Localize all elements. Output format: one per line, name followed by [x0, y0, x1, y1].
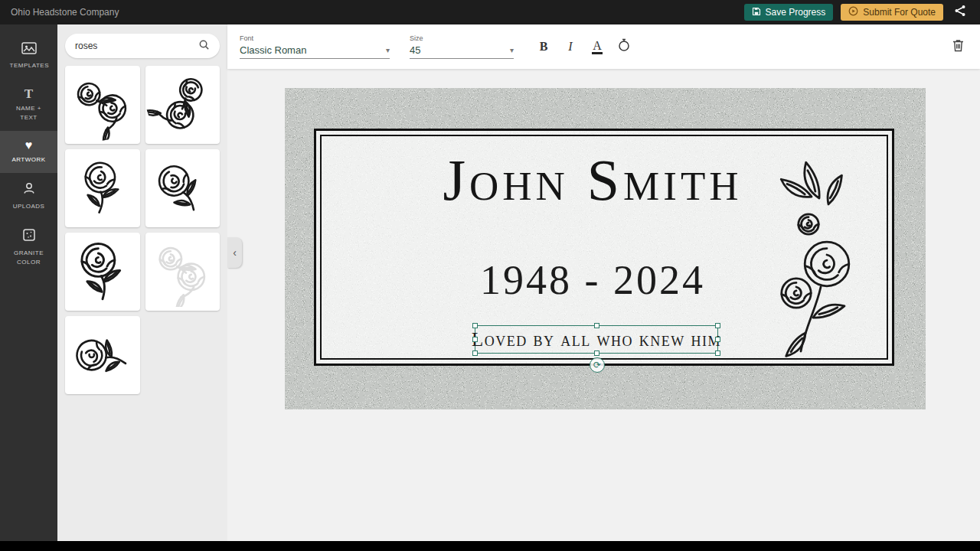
artwork-thumbnail-rose-corner-spray[interactable]: [65, 66, 140, 144]
trash-icon: [952, 39, 964, 55]
resize-handle-ne[interactable]: [715, 323, 720, 328]
sidebar-item-granite-color[interactable]: GRANITE COLOR: [0, 220, 57, 276]
resize-handle-w[interactable]: [472, 337, 478, 342]
topbar-actions: Save Progress Submit For Quote: [744, 3, 969, 21]
artwork-thumbnail-rose-diagonal-stem[interactable]: [145, 149, 220, 227]
templates-icon: [21, 42, 37, 57]
artwork-thumbnail-rose-vine-vertical[interactable]: [145, 66, 220, 144]
selected-text-element[interactable]: Loved by all who knew him: [475, 325, 718, 354]
share-icon: [954, 5, 966, 20]
font-select-label: Font: [240, 34, 390, 42]
resize-handle-n[interactable]: [594, 323, 599, 328]
bold-button[interactable]: B: [534, 37, 554, 57]
placed-rose-artwork[interactable]: [766, 143, 873, 365]
chevron-down-icon: ▾: [386, 46, 390, 54]
epitaph-text[interactable]: Loved by all who knew him: [472, 329, 721, 350]
heart-icon: ♥: [25, 139, 33, 152]
resize-handle-nw[interactable]: [472, 323, 478, 328]
size-select-value: 45: [410, 44, 420, 56]
panel-collapse-button[interactable]: ‹: [227, 237, 242, 268]
sidebar-item-label: NAME + TEXT: [10, 104, 48, 122]
sidebar-item-uploads[interactable]: UPLOADS: [0, 173, 57, 220]
person-icon: [22, 181, 36, 198]
format-buttons: B I A: [534, 37, 634, 57]
chevron-left-icon: ‹: [233, 246, 237, 259]
artwork-panel: ‹: [57, 24, 227, 541]
artwork-results-grid: [57, 66, 227, 394]
italic-button[interactable]: I: [560, 37, 580, 57]
artwork-thumbnail-rose-single-stem[interactable]: [65, 149, 140, 227]
resize-handle-sw[interactable]: [472, 350, 478, 356]
sidebar-item-label: GRANITE COLOR: [10, 249, 48, 267]
stopwatch-button[interactable]: [614, 37, 634, 57]
text-tool-icon: T: [24, 87, 33, 100]
sidebar-item-label: TEMPLATES: [10, 61, 48, 70]
share-button[interactable]: [951, 3, 969, 21]
play-circle-icon: [848, 6, 858, 18]
font-select-value: Classic Roman: [240, 44, 306, 56]
size-select-label: Size: [410, 34, 514, 42]
resize-handle-se[interactable]: [715, 350, 720, 356]
headstone-preview[interactable]: John Smith 1948 - 2024 Loved by all who …: [285, 88, 926, 409]
submit-for-quote-label: Submit For Quote: [863, 7, 936, 18]
text-color-glyph: A: [592, 39, 603, 55]
top-bar: Ohio Headstone Company Save Progress Sub…: [0, 0, 980, 24]
sidebar-item-artwork[interactable]: ♥ ARTWORK: [0, 131, 57, 173]
rotate-handle[interactable]: ⟳: [590, 357, 605, 373]
save-progress-button[interactable]: Save Progress: [744, 4, 834, 21]
chevron-down-icon: ▾: [510, 46, 514, 54]
text-format-toolbar: Font Classic Roman ▾ Size 45 ▾ B I A: [227, 24, 980, 69]
artwork-thumbnail-rose-horizontal-stem[interactable]: [65, 316, 140, 394]
stopwatch-icon: [618, 38, 630, 55]
resize-handle-e[interactable]: [715, 337, 720, 342]
sidebar-item-name-text[interactable]: T NAME + TEXT: [0, 79, 57, 131]
artwork-thumbnail-rose-bloom-large[interactable]: [65, 233, 140, 311]
text-color-button[interactable]: A: [587, 37, 607, 57]
design-canvas[interactable]: John Smith 1948 - 2024 Loved by all who …: [227, 69, 980, 541]
artwork-thumbnail-rose-spray-faint[interactable]: [145, 233, 220, 311]
italic-glyph: I: [568, 40, 572, 54]
bottom-letterbox: [0, 541, 980, 551]
search-icon[interactable]: [198, 39, 210, 54]
search-input[interactable]: [75, 41, 198, 51]
submit-for-quote-button[interactable]: Submit For Quote: [841, 4, 943, 21]
save-progress-label: Save Progress: [766, 7, 826, 18]
resize-handle-s[interactable]: [594, 350, 599, 356]
sidebar-item-label: ARTWORK: [11, 155, 45, 165]
save-icon: [752, 7, 761, 18]
size-select[interactable]: Size 45 ▾: [410, 34, 514, 59]
artwork-search: [65, 34, 220, 58]
delete-element-button[interactable]: [948, 37, 968, 57]
rotate-icon: ⟳: [593, 360, 601, 370]
sidebar-item-label: UPLOADS: [13, 202, 45, 211]
app-title: Ohio Headstone Company: [11, 7, 119, 18]
tool-sidebar: TEMPLATES T NAME + TEXT ♥ ARTWORK UPLOAD…: [0, 24, 57, 541]
bold-glyph: B: [540, 40, 548, 54]
font-select[interactable]: Font Classic Roman ▾: [240, 34, 390, 59]
sidebar-item-templates[interactable]: TEMPLATES: [0, 34, 57, 79]
granite-stone-icon: [22, 228, 36, 245]
